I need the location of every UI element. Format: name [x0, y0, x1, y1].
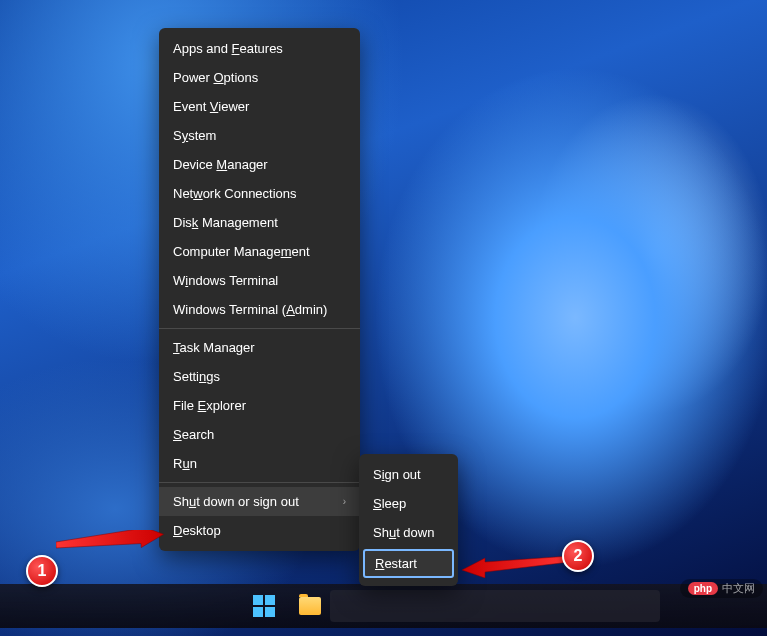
submenu-item-restart[interactable]: Restart	[363, 549, 454, 578]
menu-item-computer-management[interactable]: Computer Management	[159, 237, 360, 266]
menu-item-label: Network Connections	[173, 186, 297, 201]
menu-item-label: Windows Terminal (Admin)	[173, 302, 327, 317]
menu-item-label: Task Manager	[173, 340, 255, 355]
menu-item-label: File Explorer	[173, 398, 246, 413]
submenu-item-sleep[interactable]: Sleep	[359, 489, 458, 518]
menu-item-disk-management[interactable]: Disk Management	[159, 208, 360, 237]
menu-item-label: Shut down or sign out	[173, 494, 299, 509]
menu-item-label: Desktop	[173, 523, 221, 538]
menu-item-network-connections[interactable]: Network Connections	[159, 179, 360, 208]
annotation-arrow-1	[56, 530, 166, 560]
annotation-badge-1: 1	[26, 555, 58, 587]
menu-item-windows-terminal-admin-[interactable]: Windows Terminal (Admin)	[159, 295, 360, 324]
chevron-right-icon: ›	[343, 496, 346, 507]
windows-logo-icon	[253, 595, 275, 617]
menu-item-label: Device Manager	[173, 157, 268, 172]
menu-item-label: Disk Management	[173, 215, 278, 230]
taskbar-search-area[interactable]	[330, 590, 660, 622]
menu-item-file-explorer[interactable]: File Explorer	[159, 391, 360, 420]
menu-item-task-manager[interactable]: Task Manager	[159, 333, 360, 362]
winx-context-menu: Apps and FeaturesPower OptionsEvent View…	[159, 28, 360, 551]
menu-item-apps-and-features[interactable]: Apps and Features	[159, 34, 360, 63]
menu-item-label: Computer Management	[173, 244, 310, 259]
menu-item-shut-down-or-sign-out[interactable]: Shut down or sign out›	[159, 487, 360, 516]
watermark: php 中文网	[680, 579, 763, 598]
menu-item-search[interactable]: Search	[159, 420, 360, 449]
menu-separator	[159, 328, 360, 329]
svg-marker-1	[462, 556, 570, 578]
menu-item-device-manager[interactable]: Device Manager	[159, 150, 360, 179]
menu-item-event-viewer[interactable]: Event Viewer	[159, 92, 360, 121]
menu-item-label: Power Options	[173, 70, 258, 85]
submenu-item-sign-out[interactable]: Sign out	[359, 460, 458, 489]
annotation-badge-2: 2	[562, 540, 594, 572]
folder-icon	[299, 597, 321, 615]
menu-item-label: Run	[173, 456, 197, 471]
menu-item-label: Event Viewer	[173, 99, 249, 114]
menu-item-label: Apps and Features	[173, 41, 283, 56]
submenu-item-shut-down[interactable]: Shut down	[359, 518, 458, 547]
menu-item-label: Settings	[173, 369, 220, 384]
file-explorer-taskbar-icon[interactable]	[291, 587, 329, 625]
menu-item-label: Windows Terminal	[173, 273, 278, 288]
menu-item-settings[interactable]: Settings	[159, 362, 360, 391]
watermark-text: 中文网	[722, 581, 755, 596]
menu-item-desktop[interactable]: Desktop	[159, 516, 360, 545]
menu-item-label: System	[173, 128, 216, 143]
menu-item-label: Search	[173, 427, 214, 442]
watermark-logo: php	[688, 582, 718, 595]
menu-item-windows-terminal[interactable]: Windows Terminal	[159, 266, 360, 295]
shutdown-submenu: Sign outSleepShut downRestart	[359, 454, 458, 586]
menu-item-run[interactable]: Run	[159, 449, 360, 478]
menu-separator	[159, 482, 360, 483]
menu-item-system[interactable]: System	[159, 121, 360, 150]
svg-marker-0	[56, 530, 164, 552]
menu-item-power-options[interactable]: Power Options	[159, 63, 360, 92]
taskbar	[0, 584, 767, 628]
start-button[interactable]	[245, 587, 283, 625]
annotation-arrow-2	[460, 548, 570, 578]
